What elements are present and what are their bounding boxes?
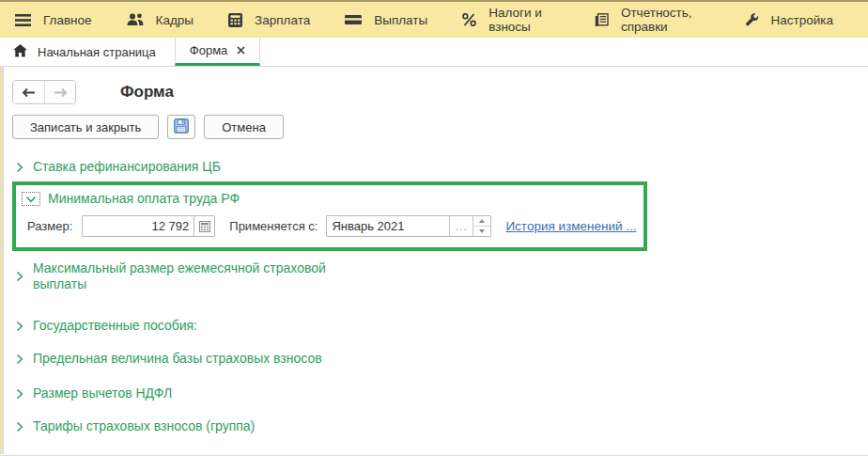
- page-title: Форма: [120, 83, 174, 102]
- menu-label: Кадры: [156, 13, 194, 27]
- chevron-right-icon: [16, 321, 23, 332]
- section-label: Минимальная оплата труда РФ: [48, 191, 240, 206]
- menu-item-salary[interactable]: Зарплата: [228, 13, 310, 27]
- hamburger-icon: [15, 14, 31, 26]
- section-refinance-rate[interactable]: Ставка рефинансирования ЦБ: [16, 159, 868, 175]
- menu-label: Выплаты: [374, 13, 427, 27]
- chevron-right-icon: [16, 388, 23, 400]
- history-link[interactable]: История изменений ...: [505, 219, 636, 233]
- payments-icon: [345, 14, 362, 25]
- section-label: Тарифы страховых взносов (группа): [33, 418, 255, 434]
- section-label: Максимальный размер ежемесячной страхово…: [33, 260, 364, 292]
- size-label: Размер:: [27, 219, 72, 233]
- menu-label: Отчетность, справки: [621, 6, 710, 34]
- section-label: Государственные пособия:: [33, 318, 197, 334]
- chevron-right-icon: [16, 162, 23, 173]
- menu-item-hr[interactable]: Кадры: [127, 13, 194, 27]
- menu-item-main[interactable]: Главное: [15, 13, 92, 27]
- spinner: [473, 216, 490, 236]
- close-icon[interactable]: [237, 46, 245, 55]
- save-button[interactable]: [167, 115, 195, 139]
- form-area: Форма Записать и закрыть Отмена Ставка р…: [0, 67, 868, 454]
- home-icon: [13, 44, 27, 60]
- menu-label: Настройка: [771, 13, 833, 27]
- applies-field-group: ...: [326, 215, 491, 237]
- menu-item-reports[interactable]: Отчетность, справки: [595, 6, 710, 34]
- section-contribution-base-limit[interactable]: Предельная величина базы страховых взнос…: [16, 351, 868, 367]
- menu-item-payments[interactable]: Выплаты: [345, 13, 427, 27]
- section-contribution-tariffs[interactable]: Тарифы страховых взносов (группа): [16, 418, 868, 434]
- floppy-disk-icon: [174, 118, 189, 136]
- choose-button[interactable]: ...: [449, 216, 473, 236]
- report-icon: [595, 13, 609, 27]
- size-input[interactable]: [83, 216, 194, 236]
- tab-home[interactable]: Начальная страница: [9, 38, 175, 66]
- section-minimum-wage[interactable]: Минимальная оплата труда РФ: [22, 191, 643, 206]
- forward-button[interactable]: [44, 81, 75, 103]
- section-label: Ставка рефинансирования ЦБ: [33, 159, 221, 175]
- app-window: Главное Кадры Зарплата Выплаты Налоги и …: [0, 0, 868, 456]
- people-icon: [127, 13, 144, 26]
- minimum-wage-section-highlight: Минимальная оплата труда РФ Размер: Прим…: [12, 181, 647, 251]
- section-ndfl-deductions[interactable]: Размер вычетов НДФЛ: [16, 385, 868, 401]
- section-label: Предельная величина базы страховых взнос…: [33, 351, 322, 367]
- back-button[interactable]: [13, 81, 44, 103]
- size-field-group: [82, 215, 215, 237]
- calculator-button[interactable]: [194, 216, 214, 236]
- menu-label: Зарплата: [255, 13, 310, 27]
- applies-from-label: Применяется с:: [229, 219, 318, 233]
- chevron-right-icon: [16, 271, 23, 282]
- menu-label: Налоги и взносы: [488, 6, 560, 34]
- tab-forma-label: Форма: [190, 43, 228, 57]
- section-state-benefits[interactable]: Государственные пособия:: [16, 318, 868, 334]
- applies-from-input[interactable]: [327, 216, 449, 236]
- chevron-right-icon: [16, 421, 23, 432]
- spin-down-button[interactable]: [473, 227, 490, 236]
- chevron-right-icon: [16, 354, 23, 365]
- wrench-icon: [745, 13, 759, 27]
- tab-forma[interactable]: Форма: [175, 38, 261, 66]
- spin-up-button[interactable]: [473, 216, 490, 227]
- menu-label: Главное: [43, 13, 92, 27]
- section-label: Размер вычетов НДФЛ: [33, 385, 172, 401]
- section-max-insurance-payment[interactable]: Максимальный размер ежемесячной страхово…: [16, 260, 868, 292]
- save-and-close-button[interactable]: Записать и закрыть: [12, 115, 159, 139]
- cancel-button[interactable]: Отмена: [204, 115, 284, 139]
- menu-item-taxes[interactable]: Налоги и взносы: [462, 6, 560, 34]
- chevron-down-icon: [25, 190, 37, 206]
- menu-item-settings[interactable]: Настройка: [745, 13, 833, 27]
- percent-icon: [462, 13, 476, 26]
- history-nav: [12, 80, 76, 104]
- tab-home-label: Начальная страница: [38, 45, 156, 59]
- top-menu-bar: Главное Кадры Зарплата Выплаты Налоги и …: [0, 0, 868, 38]
- tab-bar: Начальная страница Форма: [0, 38, 868, 67]
- chevron-focus-box: [22, 192, 40, 206]
- calculator-icon: [228, 13, 242, 27]
